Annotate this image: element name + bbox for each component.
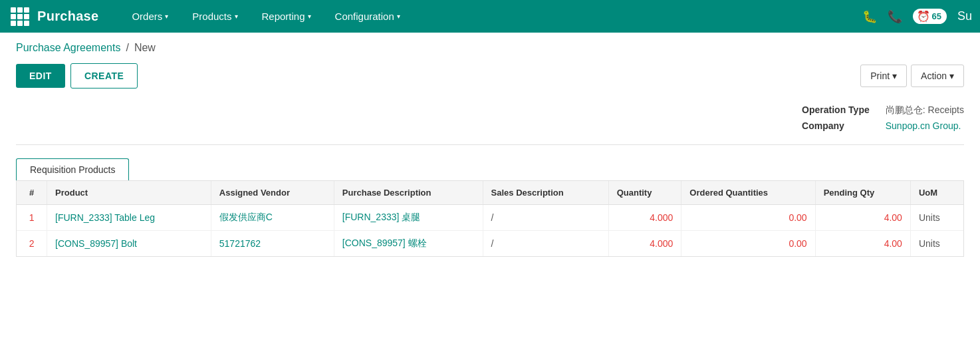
- clock-icon: ⏰: [917, 10, 930, 23]
- row1-quantity: 4.000: [608, 205, 681, 231]
- configuration-chevron-icon: ▾: [397, 13, 400, 20]
- main-content: Operation Type 尚鹏总仓: Receipts Company Su…: [0, 96, 980, 273]
- row1-ordered-qty: 0.00: [681, 205, 815, 231]
- info-panel: Operation Type 尚鹏总仓: Receipts Company Su…: [16, 96, 964, 145]
- print-chevron-icon: ▾: [892, 71, 897, 81]
- edit-button[interactable]: EDIT: [16, 64, 65, 88]
- print-button[interactable]: Print ▾: [860, 65, 907, 87]
- row2-num: 2: [17, 231, 47, 257]
- row1-vendor[interactable]: 假发供应商C: [211, 205, 334, 231]
- table-row: 1 [FURN_2333] Table Leg 假发供应商C [FURN_233…: [17, 205, 963, 231]
- row2-vendor[interactable]: 51721762: [211, 231, 334, 257]
- products-chevron-icon: ▾: [235, 13, 238, 20]
- phone-icon-button[interactable]: 📞: [888, 9, 902, 24]
- orders-chevron-icon: ▾: [165, 13, 168, 20]
- row1-uom: Units: [910, 205, 963, 231]
- action-bar: EDIT CREATE Print ▾ Action ▾: [0, 59, 980, 96]
- company-value[interactable]: Sunpop.cn Group.: [886, 120, 964, 131]
- top-navigation: Purchase Orders ▾ Products ▾ Reporting ▾…: [0, 0, 980, 33]
- nav-menu: Orders ▾ Products ▾ Reporting ▾ Configur…: [120, 0, 412, 33]
- nav-configuration[interactable]: Configuration ▾: [323, 0, 412, 33]
- row1-purchase-desc[interactable]: [FURN_2333] 桌腿: [334, 205, 483, 231]
- grid-icon: [11, 7, 29, 26]
- table-row: 2 [CONS_89957] Bolt 51721762 [CONS_89957…: [17, 231, 963, 257]
- nav-products[interactable]: Products ▾: [180, 0, 249, 33]
- tabs-bar: Requisition Products: [16, 158, 964, 180]
- breadcrumb-separator: /: [126, 42, 128, 54]
- products-table: # Product Assigned Vendor Purchase Descr…: [17, 181, 963, 256]
- nav-reporting[interactable]: Reporting ▾: [250, 0, 323, 33]
- app-grid-button[interactable]: [8, 5, 32, 29]
- action-button[interactable]: Action ▾: [911, 65, 964, 87]
- breadcrumb-purchase-agreements[interactable]: Purchase Agreements: [16, 42, 120, 54]
- action-chevron-icon: ▾: [949, 71, 954, 81]
- create-button[interactable]: CREATE: [70, 63, 138, 88]
- topnav-right-actions: 🐛 📞 ⏰ 65 Su: [862, 9, 973, 24]
- notification-badge-button[interactable]: ⏰ 65: [913, 9, 947, 24]
- bug-icon-button[interactable]: 🐛: [862, 9, 877, 24]
- table-container: # Product Assigned Vendor Purchase Descr…: [16, 180, 964, 257]
- row1-product[interactable]: [FURN_2333] Table Leg: [47, 205, 211, 231]
- right-actions: Print ▾ Action ▾: [860, 65, 964, 87]
- row2-product[interactable]: [CONS_89957] Bolt: [47, 231, 211, 257]
- operation-type-label: Operation Type: [802, 104, 870, 116]
- row2-pending-qty: 4.00: [815, 231, 910, 257]
- products-table-wrapper: # Product Assigned Vendor Purchase Descr…: [16, 180, 964, 257]
- col-ordered-qty: Ordered Quantities: [681, 181, 815, 205]
- breadcrumb-current: New: [134, 42, 156, 54]
- reporting-chevron-icon: ▾: [308, 13, 311, 20]
- row2-purchase-desc[interactable]: [CONS_89957] 螺栓: [334, 231, 483, 257]
- info-fields: Operation Type 尚鹏总仓: Receipts Company Su…: [802, 104, 964, 131]
- operation-type-value: 尚鹏总仓: Receipts: [886, 104, 964, 116]
- col-quantity: Quantity: [608, 181, 681, 205]
- col-vendor: Assigned Vendor: [211, 181, 334, 205]
- table-header-row: # Product Assigned Vendor Purchase Descr…: [17, 181, 963, 205]
- row2-ordered-qty: 0.00: [681, 231, 815, 257]
- user-avatar[interactable]: Su: [957, 9, 972, 23]
- row2-sales-desc: /: [483, 231, 608, 257]
- col-uom: UoM: [910, 181, 963, 205]
- tab-requisition-products[interactable]: Requisition Products: [16, 158, 129, 180]
- company-label: Company: [802, 120, 870, 131]
- app-brand: Purchase: [37, 9, 98, 24]
- col-num: #: [17, 181, 47, 205]
- row2-quantity: 4.000: [608, 231, 681, 257]
- row1-sales-desc: /: [483, 205, 608, 231]
- col-purchase-desc: Purchase Description: [334, 181, 483, 205]
- row1-num: 1: [17, 205, 47, 231]
- breadcrumb: Purchase Agreements / New: [0, 33, 980, 59]
- col-sales-desc: Sales Description: [483, 181, 608, 205]
- col-pending-qty: Pending Qty: [815, 181, 910, 205]
- row2-uom: Units: [910, 231, 963, 257]
- col-product: Product: [47, 181, 211, 205]
- nav-orders[interactable]: Orders ▾: [120, 0, 180, 33]
- row1-pending-qty: 4.00: [815, 205, 910, 231]
